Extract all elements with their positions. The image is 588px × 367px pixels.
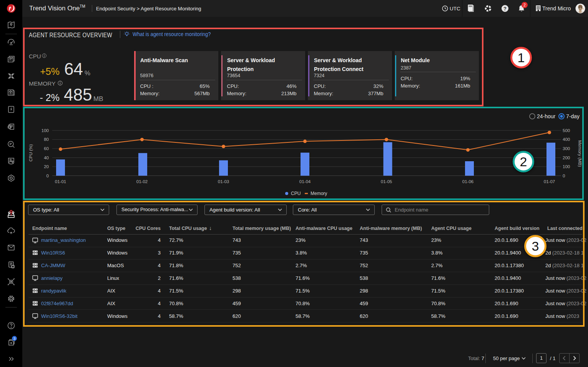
svg-text:20: 20: [44, 164, 49, 169]
svg-text:300: 300: [563, 146, 570, 151]
svg-text:CPU (%): CPU (%): [28, 144, 33, 162]
svg-text:400: 400: [563, 137, 570, 142]
svg-text:100: 100: [563, 164, 570, 169]
svg-text:01-06: 01-06: [462, 179, 473, 184]
svg-text:CPU: CPU: [291, 191, 301, 196]
svg-text:01-02: 01-02: [136, 179, 148, 184]
svg-text:80: 80: [44, 137, 49, 142]
svg-text:0: 0: [47, 174, 49, 178]
svg-text:60: 60: [44, 146, 49, 151]
svg-text:?: ?: [503, 6, 507, 12]
svg-text:100: 100: [42, 128, 49, 133]
svg-text:01-05: 01-05: [381, 179, 392, 184]
svg-text:01-03: 01-03: [218, 179, 229, 184]
svg-text:0: 0: [563, 174, 565, 178]
svg-text:40: 40: [44, 155, 49, 160]
svg-text:200: 200: [563, 155, 570, 160]
svg-text:01-04: 01-04: [299, 179, 311, 184]
svg-text:01-07: 01-07: [544, 179, 555, 184]
svg-text:Memory (MB): Memory (MB): [578, 140, 582, 167]
svg-text:01-01: 01-01: [55, 179, 66, 184]
svg-text:500: 500: [563, 128, 570, 133]
svg-text:Memory: Memory: [311, 191, 327, 196]
